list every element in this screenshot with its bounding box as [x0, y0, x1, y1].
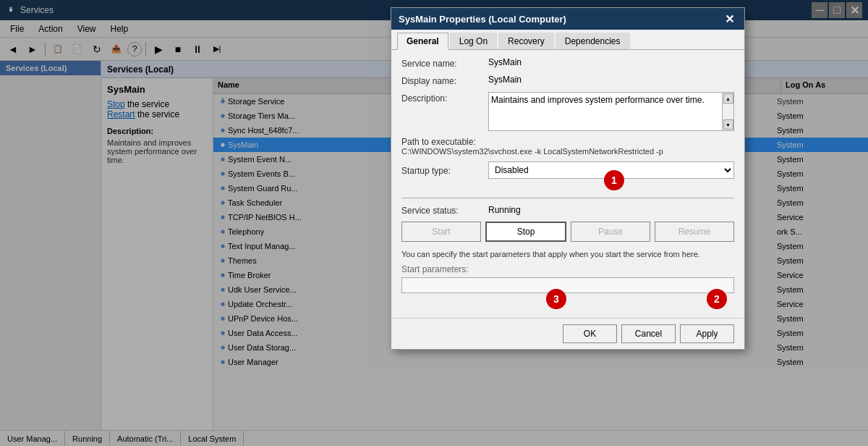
service-name-row: Service name: SysMain — [401, 57, 734, 69]
status-label: Service status: — [401, 204, 488, 216]
dialog-title-text: SysMain Properties (Local Computer) — [399, 14, 566, 25]
ok-button[interactable]: OK — [563, 324, 617, 343]
tab-dependencies[interactable]: Dependencies — [556, 33, 630, 49]
badge-1: 1 — [604, 170, 624, 190]
display-name-row: Display name: SysMain — [401, 75, 734, 86]
sysmain-dialog: SysMain Properties (Local Computer) ✕ Ge… — [391, 7, 745, 350]
service-name-value: SysMain — [488, 57, 734, 67]
display-name-label: Display name: — [401, 75, 488, 86]
stop-button[interactable]: Stop — [485, 222, 566, 242]
tab-recovery[interactable]: Recovery — [498, 33, 554, 49]
service-controls: Start Stop Pause Resume — [401, 222, 734, 242]
service-name-label: Service name: — [401, 57, 488, 69]
description-textarea[interactable] — [489, 93, 722, 130]
apply-button[interactable]: Apply — [680, 324, 734, 343]
startup-label: Startup type: — [401, 164, 488, 176]
badge-3: 3 — [546, 289, 566, 309]
dialog-footer: OK Cancel Apply — [391, 318, 744, 349]
exe-path-label: Path to executable: — [401, 137, 734, 147]
tab-general[interactable]: General — [397, 33, 448, 50]
badge-2: 2 — [707, 289, 727, 309]
start-params-section: Start parameters: — [401, 264, 734, 293]
dialog-tabs: General Log On Recovery Dependencies — [391, 30, 744, 50]
dialog-body: Service name: SysMain Display name: SysM… — [391, 50, 744, 318]
description-row: Description: ▲ ▼ — [401, 92, 734, 131]
hint-text: You can specify the start parameters tha… — [401, 249, 734, 260]
dialog-title-bar: SysMain Properties (Local Computer) ✕ — [391, 8, 744, 30]
start-params-input[interactable] — [401, 277, 734, 293]
exe-path-value: C:\WINDOWS\system32\svchost.exe -k Local… — [401, 147, 734, 156]
startup-row: Startup type: Disabled Automatic Automat… — [401, 161, 734, 179]
start-button[interactable]: Start — [401, 222, 481, 242]
desc-scroll-down[interactable]: ▼ — [723, 119, 733, 130]
status-value: Running — [488, 205, 521, 215]
desc-scroll-up[interactable]: ▲ — [723, 93, 733, 104]
start-params-label: Start parameters: — [401, 264, 734, 274]
exe-path-section: Path to executable: C:\WINDOWS\system32\… — [401, 137, 734, 156]
description-label: Description: — [401, 92, 488, 104]
dialog-close-button[interactable]: ✕ — [721, 11, 737, 27]
resume-button[interactable]: Resume — [655, 222, 734, 242]
tab-logon[interactable]: Log On — [450, 33, 497, 49]
service-status-row: Service status: Running — [401, 204, 734, 216]
pause-button[interactable]: Pause — [571, 222, 650, 242]
divider-1 — [401, 198, 734, 198]
cancel-button[interactable]: Cancel — [621, 324, 676, 343]
display-name-value: SysMain — [488, 75, 734, 85]
